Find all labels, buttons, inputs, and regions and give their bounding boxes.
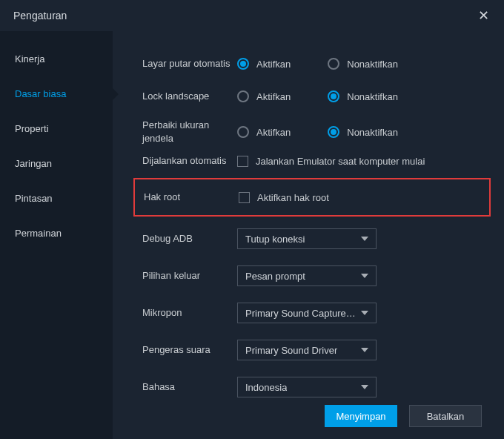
chevron-down-icon bbox=[361, 348, 368, 352]
label-microphone: Mikropon bbox=[142, 306, 237, 320]
radio-label: Aktifkan bbox=[256, 127, 291, 138]
radio-lock-landscape-off[interactable]: Nonaktifkan bbox=[328, 90, 398, 102]
row-fix-window: Perbaiki ukuran jendela Aktifkan Nonakti… bbox=[142, 116, 482, 148]
chevron-down-icon bbox=[361, 237, 368, 241]
label-root: Hak root bbox=[144, 191, 239, 204]
select-value: Pesan prompt bbox=[245, 271, 305, 282]
checkbox-label-autorun: Jalankan Emulator saat komputer mulai bbox=[256, 156, 425, 167]
radio-lock-landscape-on[interactable]: Aktifkan bbox=[237, 90, 291, 102]
radio-label: Nonaktifkan bbox=[347, 91, 398, 102]
select-value: Primary Sound Driver bbox=[245, 345, 337, 356]
row-speaker: Pengeras suara Primary Sound Driver bbox=[142, 334, 482, 366]
row-exit-option: Pilihan keluar Pesan prompt bbox=[142, 260, 482, 292]
label-fix-window: Perbaiki ukuran jendela bbox=[142, 119, 237, 145]
label-autorun: Dijalankan otomatis bbox=[142, 154, 237, 168]
cancel-button[interactable]: Batalkan bbox=[409, 405, 482, 427]
row-language: Bahasa Indonesia bbox=[142, 371, 482, 403]
sidebar-item-jaringan[interactable]: Jaringan bbox=[0, 146, 113, 181]
row-microphone: Mikropon Primary Sound Capture ... bbox=[142, 297, 482, 329]
footer-buttons: Menyimpan Batalkan bbox=[325, 405, 482, 427]
label-debug-adb: Debug ADB bbox=[142, 232, 237, 245]
radio-dot-icon bbox=[237, 58, 249, 70]
chevron-down-icon bbox=[361, 274, 368, 278]
checkbox-label-root: Aktifkan hak root bbox=[257, 192, 329, 203]
radio-auto-rotate-on[interactable]: Aktifkan bbox=[237, 58, 291, 70]
radio-fix-window-off[interactable]: Nonaktifkan bbox=[328, 126, 398, 138]
row-auto-rotate: Layar putar otomatis Aktifkan Nonaktifka… bbox=[142, 47, 482, 80]
select-value: Tutup koneksi bbox=[245, 234, 305, 245]
select-language[interactable]: Indonesia bbox=[237, 377, 377, 397]
radio-label: Nonaktifkan bbox=[347, 59, 398, 70]
radio-label: Nonaktifkan bbox=[347, 127, 398, 138]
highlight-root: Hak root Aktifkan hak root bbox=[133, 178, 491, 217]
row-debug-adb: Debug ADB Tutup koneksi bbox=[142, 222, 482, 255]
titlebar: Pengaturan ✕ bbox=[0, 0, 504, 31]
select-debug-adb[interactable]: Tutup koneksi bbox=[237, 228, 377, 249]
sidebar-item-properti[interactable]: Properti bbox=[0, 111, 113, 146]
label-exit-option: Pilihan keluar bbox=[142, 269, 237, 283]
radio-label: Aktifkan bbox=[256, 59, 291, 70]
save-button[interactable]: Menyimpan bbox=[325, 405, 397, 427]
row-autorun: Dijalankan otomatis Jalankan Emulator sa… bbox=[142, 148, 482, 174]
window-title: Pengaturan bbox=[13, 10, 67, 22]
radio-dot-icon bbox=[237, 126, 249, 138]
label-speaker: Pengeras suara bbox=[142, 343, 237, 357]
sidebar-item-permainan[interactable]: Permainan bbox=[0, 216, 113, 251]
sidebar-item-pintasan[interactable]: Pintasan bbox=[0, 181, 113, 216]
chevron-down-icon bbox=[361, 311, 368, 315]
select-value: Indonesia bbox=[245, 382, 287, 393]
checkbox-autorun[interactable] bbox=[237, 156, 248, 167]
radio-auto-rotate-off[interactable]: Nonaktifkan bbox=[328, 58, 398, 70]
checkbox-root[interactable] bbox=[239, 192, 250, 203]
select-microphone[interactable]: Primary Sound Capture ... bbox=[237, 303, 377, 323]
select-value: Primary Sound Capture ... bbox=[245, 308, 357, 319]
radio-dot-icon bbox=[328, 90, 339, 102]
radio-dot-icon bbox=[328, 58, 339, 70]
sidebar-item-kinerja[interactable]: Kinerja bbox=[0, 42, 113, 76]
row-lock-landscape: Lock landscape Aktifkan Nonaktifkan bbox=[142, 80, 482, 113]
radio-dot-icon bbox=[328, 126, 339, 138]
sidebar-item-dasar-biasa[interactable]: Dasar biasa bbox=[0, 76, 113, 111]
select-exit-option[interactable]: Pesan prompt bbox=[237, 265, 377, 286]
radio-fix-window-on[interactable]: Aktifkan bbox=[237, 126, 291, 138]
row-root: Hak root Aktifkan hak root bbox=[144, 187, 480, 208]
radio-dot-icon bbox=[237, 90, 249, 102]
label-language: Bahasa bbox=[142, 380, 237, 394]
label-lock-landscape: Lock landscape bbox=[142, 90, 237, 103]
sidebar: Kinerja Dasar biasa Properti Jaringan Pi… bbox=[0, 31, 113, 439]
close-icon[interactable]: ✕ bbox=[474, 4, 494, 27]
radio-label: Aktifkan bbox=[256, 91, 291, 102]
label-auto-rotate: Layar putar otomatis bbox=[142, 57, 237, 70]
settings-panel: Layar putar otomatis Aktifkan Nonaktifka… bbox=[113, 31, 504, 439]
select-speaker[interactable]: Primary Sound Driver bbox=[237, 340, 377, 360]
chevron-down-icon bbox=[361, 385, 368, 389]
